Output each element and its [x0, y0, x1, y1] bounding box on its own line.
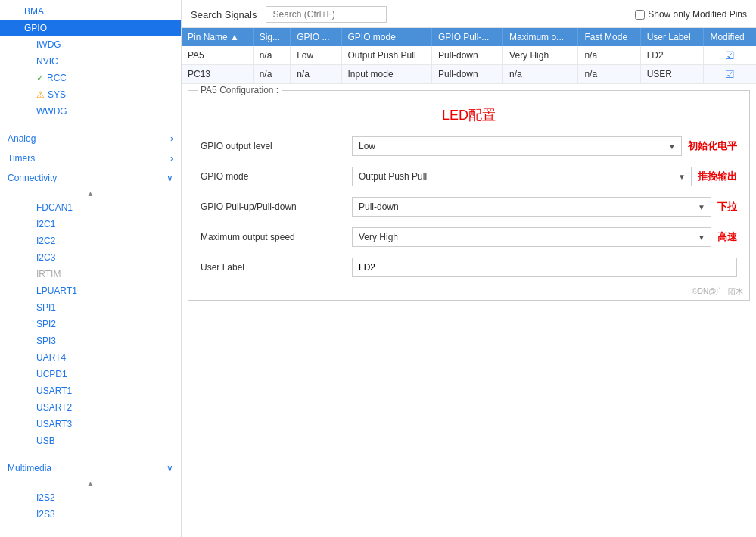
- config-label-max-speed: Maximum output speed: [201, 232, 352, 242]
- col-gpio-pull[interactable]: GPIO Pull-...: [431, 28, 502, 46]
- sidebar-category-analog[interactable]: Analog ›: [0, 129, 181, 148]
- config-label-pull: GPIO Pull-up/Pull-down: [201, 201, 352, 212]
- sidebar-item-usart3[interactable]: USART3: [0, 416, 181, 432]
- table-header: Pin Name ▲ Sig... GPIO ... GPIO mode GPI…: [182, 28, 756, 46]
- sidebar: BMA GPIO IWDG NVIC ✓ RCC ⚠ SYS WWDG Anal…: [0, 0, 182, 537]
- col-sig[interactable]: Sig...: [253, 28, 291, 46]
- cell-gpio-pull: Pull-down: [431, 46, 502, 65]
- signals-table: Pin Name ▲ Sig... GPIO ... GPIO mode GPI…: [182, 28, 756, 84]
- sidebar-item-uart4[interactable]: UART4: [0, 349, 181, 366]
- config-select-gpio-mode-wrapper: Output Push Pull Output Open Drain Input…: [352, 167, 692, 186]
- i2c2-label: I2C2: [36, 236, 55, 246]
- user-label-input[interactable]: [352, 258, 737, 277]
- connectivity-chevron-icon: ∨: [166, 173, 173, 183]
- sidebar-item-i2c2[interactable]: I2C2: [0, 233, 181, 249]
- usart2-label: USART2: [36, 402, 72, 413]
- config-row-output-level: GPIO output level Low High ▼ 初始化电平: [201, 136, 737, 156]
- sidebar-item-usb[interactable]: USB: [0, 432, 181, 449]
- sidebar-category-timers[interactable]: Timers ›: [0, 148, 181, 168]
- connectivity-label: Connectivity: [8, 173, 57, 183]
- config-label-output-level: GPIO output level: [201, 141, 352, 151]
- multimedia-scroll-up[interactable]: ▲: [0, 478, 181, 489]
- cell-user-label: LD2: [640, 46, 704, 65]
- table-body: PA5 n/a Low Output Push Pull Pull-down V…: [182, 46, 756, 84]
- sidebar-item-rcc[interactable]: ✓ RCC: [0, 70, 181, 86]
- modified-check-icon: ☑: [725, 49, 735, 61]
- cell-modified: ☑: [704, 65, 756, 84]
- i2s2-label: I2S2: [36, 492, 55, 503]
- main-panel: Search Signals Show only Modified Pins P…: [182, 0, 756, 537]
- config-label-user-label: User Label: [201, 262, 352, 273]
- col-gpio-output[interactable]: GPIO ...: [291, 28, 341, 46]
- sidebar-item-bma[interactable]: BMA: [0, 3, 181, 20]
- col-fast-mode[interactable]: Fast Mode: [578, 28, 640, 46]
- analog-chevron-icon: ›: [170, 133, 173, 144]
- sidebar-item-nvic[interactable]: NVIC: [0, 53, 181, 70]
- col-gpio-mode[interactable]: GPIO mode: [341, 28, 431, 46]
- sidebar-category-multimedia[interactable]: Multimedia ∨: [0, 458, 181, 478]
- config-select-pull[interactable]: No pull-up and no pull-down Pull-up Pull…: [352, 197, 711, 217]
- sidebar-item-usart2[interactable]: USART2: [0, 399, 181, 416]
- config-label-gpio-mode: GPIO mode: [201, 171, 352, 182]
- ucpd1-label: UCPD1: [36, 369, 67, 379]
- show-modified-checkbox[interactable]: [635, 10, 645, 20]
- spi3-label: SPI3: [36, 336, 56, 346]
- sidebar-item-bma-label: BMA: [24, 6, 44, 17]
- usb-label: USB: [36, 436, 55, 446]
- sidebar-item-gpio[interactable]: GPIO: [0, 20, 181, 36]
- multimedia-chevron-icon: ∨: [166, 463, 173, 473]
- col-pin-name[interactable]: Pin Name ▲: [182, 28, 253, 46]
- cell-modified: ☑: [704, 46, 756, 65]
- table-row[interactable]: PC13 n/a n/a Input mode Pull-down n/a n/…: [182, 65, 756, 84]
- sidebar-item-lpuart1[interactable]: LPUART1: [0, 283, 181, 299]
- cell-max-output: n/a: [503, 65, 578, 84]
- cell-user-label: USER: [640, 65, 704, 84]
- irtim-label: IRTIM: [36, 269, 61, 279]
- search-input[interactable]: [266, 6, 387, 23]
- sidebar-item-i2c3[interactable]: I2C3: [0, 249, 181, 266]
- cell-sig: n/a: [253, 46, 291, 65]
- sidebar-item-sys[interactable]: ⚠ SYS: [0, 86, 181, 103]
- sidebar-item-nvic-label: NVIC: [36, 56, 58, 67]
- sidebar-item-i2c1[interactable]: I2C1: [0, 216, 181, 233]
- sidebar-category-connectivity[interactable]: Connectivity ∨: [0, 168, 181, 188]
- sidebar-item-i2s2[interactable]: I2S2: [0, 489, 181, 506]
- sidebar-item-i2s3[interactable]: I2S3: [0, 506, 181, 523]
- timers-label: Timers: [8, 153, 35, 164]
- config-select-output-level[interactable]: Low High: [352, 136, 682, 156]
- col-max-output[interactable]: Maximum o...: [503, 28, 578, 46]
- cell-pin-name: PC13: [182, 65, 253, 84]
- sidebar-item-usart1[interactable]: USART1: [0, 382, 181, 399]
- table-row[interactable]: PA5 n/a Low Output Push Pull Pull-down V…: [182, 46, 756, 65]
- config-select-output-level-wrapper: Low High ▼: [352, 136, 682, 156]
- col-user-label[interactable]: User Label: [640, 28, 704, 46]
- sidebar-item-spi2[interactable]: SPI2: [0, 316, 181, 333]
- config-note-output-level: 初始化电平: [688, 139, 737, 153]
- col-modified[interactable]: Modified: [704, 28, 756, 46]
- cell-gpio-output: n/a: [291, 65, 341, 84]
- config-row-gpio-mode: GPIO mode Output Push Pull Output Open D…: [201, 167, 737, 186]
- lpuart1-label: LPUART1: [36, 286, 77, 296]
- cell-gpio-mode: Output Push Pull: [341, 46, 431, 65]
- config-select-gpio-mode[interactable]: Output Push Pull Output Open Drain Input…: [352, 167, 692, 186]
- cell-pin-name: PA5: [182, 46, 253, 65]
- check-icon: ✓: [36, 73, 44, 83]
- sidebar-item-ucpd1[interactable]: UCPD1: [0, 366, 181, 382]
- sidebar-item-iwdg[interactable]: IWDG: [0, 36, 181, 53]
- uart4-label: UART4: [36, 352, 66, 363]
- show-modified-label: Show only Modified Pins: [648, 9, 747, 20]
- cell-fast-mode: n/a: [578, 65, 640, 84]
- config-legend: PA5 Configuration :: [198, 85, 282, 95]
- config-select-pull-wrapper: No pull-up and no pull-down Pull-up Pull…: [352, 197, 711, 217]
- config-title: LED配置: [201, 106, 737, 124]
- sidebar-item-wwdg-label: WWDG: [36, 106, 67, 117]
- config-select-max-speed[interactable]: Low Medium High Very High: [352, 227, 711, 247]
- connectivity-scroll-up[interactable]: ▲: [0, 188, 181, 199]
- sidebar-item-spi1[interactable]: SPI1: [0, 299, 181, 316]
- sidebar-item-fdcan1[interactable]: FDCAN1: [0, 199, 181, 216]
- sidebar-item-spi3[interactable]: SPI3: [0, 333, 181, 349]
- analog-label: Analog: [8, 133, 36, 144]
- config-note-pull: 下拉: [717, 200, 737, 214]
- cell-gpio-mode: Input mode: [341, 65, 431, 84]
- sidebar-item-wwdg[interactable]: WWDG: [0, 103, 181, 120]
